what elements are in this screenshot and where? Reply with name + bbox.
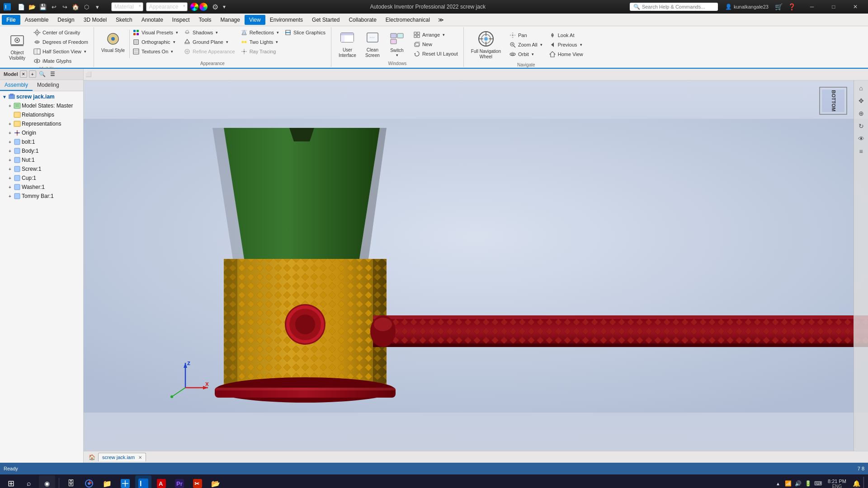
more-tools-btn[interactable]: ▾ bbox=[223, 4, 226, 10]
previous-btn[interactable]: Previous bbox=[547, 40, 585, 49]
nav-pan-btn[interactable]: ✥ bbox=[855, 95, 867, 107]
menu-get-started[interactable]: Get Started bbox=[307, 15, 344, 25]
tree-item-representations[interactable]: + Representations bbox=[0, 119, 83, 128]
tray-keyboard-icon[interactable]: ⌨ bbox=[813, 479, 822, 488]
textures-on-btn[interactable]: Textures On bbox=[131, 47, 180, 56]
orientation-cube[interactable]: BOTTOM bbox=[817, 85, 849, 117]
slice-graphics-btn[interactable]: Slice Graphics bbox=[283, 28, 327, 37]
menu-tools[interactable]: Tools bbox=[194, 15, 216, 25]
taskbar-files-btn[interactable]: 🗄 bbox=[63, 475, 79, 488]
nav-look-btn[interactable]: 👁 bbox=[855, 133, 867, 145]
tray-notification-btn[interactable]: 🔔 bbox=[852, 479, 861, 488]
search-btn[interactable]: ⌕ bbox=[21, 475, 37, 488]
close-model-panel-btn[interactable]: ✕ bbox=[20, 70, 27, 78]
taskbar-web-btn[interactable] bbox=[117, 475, 133, 488]
tree-item-root[interactable]: ▼ screw jack.iam bbox=[0, 92, 83, 101]
maximize-btn[interactable]: □ bbox=[825, 0, 843, 14]
two-lights-btn[interactable]: Two Lights bbox=[239, 38, 281, 47]
save-btn[interactable]: 💾 bbox=[38, 2, 48, 12]
tree-item-model-states[interactable]: + Model States: Master bbox=[0, 101, 83, 110]
tree-toggle-screw[interactable]: + bbox=[7, 167, 13, 172]
tree-toggle-bolt[interactable]: + bbox=[7, 140, 13, 145]
doc-home-btn[interactable]: 🏠 bbox=[85, 452, 98, 462]
color-picker-btn[interactable] bbox=[190, 3, 198, 11]
refine-appearance-btn[interactable]: Refine Appearance bbox=[182, 47, 237, 56]
look-at-btn[interactable]: Look At bbox=[547, 31, 585, 40]
menu-file[interactable]: File bbox=[2, 15, 20, 25]
shadows-btn[interactable]: Shadows bbox=[182, 28, 237, 37]
doc-tab-screw-jack[interactable]: screw jack.iam ✕ bbox=[98, 453, 146, 461]
nav-home-btn[interactable]: ⌂ bbox=[855, 82, 867, 94]
ground-plane-btn[interactable]: Ground Plane bbox=[182, 38, 237, 47]
taskbar-inventor-btn[interactable]: I bbox=[135, 475, 151, 488]
close-btn[interactable]: ✕ bbox=[846, 0, 864, 14]
tree-item-tommy-bar[interactable]: + Tommy Bar:1 bbox=[0, 192, 83, 201]
tree-toggle-tommy-bar[interactable]: + bbox=[7, 194, 13, 199]
menu-3dmodel[interactable]: 3D Model bbox=[79, 15, 111, 25]
full-navigation-wheel-btn[interactable]: Full NavigationWheel bbox=[467, 28, 505, 61]
pan-btn[interactable]: Pan bbox=[507, 31, 544, 40]
tree-toggle-model-states[interactable]: + bbox=[7, 103, 13, 108]
arrange-btn[interactable]: Arrange bbox=[411, 30, 460, 39]
nav-zoom-btn[interactable]: ⊕ bbox=[855, 108, 867, 119]
ray-tracing-btn[interactable]: Ray Tracing bbox=[239, 47, 281, 56]
tray-expand-btn[interactable]: ▲ bbox=[774, 479, 783, 488]
tab-modeling[interactable]: Modeling bbox=[33, 80, 64, 91]
menu-sketch[interactable]: Sketch bbox=[111, 15, 137, 25]
new-file-btn[interactable]: 📄 bbox=[16, 2, 26, 12]
undo-btn[interactable]: ↩ bbox=[49, 2, 59, 12]
doc-tab-close-btn[interactable]: ✕ bbox=[138, 455, 142, 460]
new-window-btn[interactable]: New bbox=[411, 40, 460, 49]
tray-show-desktop-btn[interactable] bbox=[863, 477, 865, 488]
menu-design[interactable]: Design bbox=[53, 15, 79, 25]
help-icon[interactable]: ❓ bbox=[788, 3, 796, 10]
visual-presets-btn[interactable]: Visual Presets bbox=[131, 28, 180, 37]
reset-ui-layout-btn[interactable]: Reset UI Layout bbox=[411, 49, 460, 58]
menu-collaborate[interactable]: Collaborate bbox=[344, 15, 381, 25]
appearance-dropdown[interactable]: Appearance ▾ bbox=[146, 2, 188, 11]
tree-item-body[interactable]: + Body:1 bbox=[0, 146, 83, 155]
tree-toggle-root[interactable]: ▼ bbox=[2, 94, 7, 99]
taskbar-chrome-btn[interactable] bbox=[81, 475, 97, 488]
orthographic-btn[interactable]: Orthographic bbox=[131, 38, 180, 47]
tree-toggle-body[interactable]: + bbox=[7, 149, 13, 154]
tree-menu-btn[interactable]: ☰ bbox=[48, 70, 57, 79]
clock-btn[interactable]: 8:21 PM ENG bbox=[825, 479, 849, 488]
search-input[interactable] bbox=[642, 4, 714, 9]
visual-style-btn[interactable]: Visual Style bbox=[98, 28, 128, 55]
tree-item-nut[interactable]: + Nut:1 bbox=[0, 155, 83, 164]
maximize-viewport-btn[interactable]: ⬜ bbox=[85, 71, 92, 77]
menu-assemble[interactable]: Assemble bbox=[20, 15, 53, 25]
taskbar-explorer-btn[interactable]: 📁 bbox=[99, 475, 115, 488]
imate-glyphs-btn[interactable]: iMate Glyphs bbox=[32, 56, 90, 66]
cortana-btn[interactable]: ◉ bbox=[39, 475, 55, 488]
cart-icon[interactable]: 🛒 bbox=[775, 3, 783, 10]
clean-screen-btn[interactable]: CleanScreen bbox=[361, 28, 384, 60]
tab-assembly[interactable]: Assembly bbox=[0, 80, 33, 91]
nav-orbit-btn[interactable]: ↻ bbox=[855, 120, 867, 132]
nav-settings-btn[interactable]: ≡ bbox=[855, 145, 867, 157]
redo-btn[interactable]: ↪ bbox=[60, 2, 70, 12]
menu-manage[interactable]: Manage bbox=[216, 15, 245, 25]
taskbar-more-btn[interactable]: ✂ bbox=[189, 475, 206, 488]
menu-more-btn[interactable]: ≫ bbox=[436, 17, 446, 23]
tree-item-cup[interactable]: + Cup:1 bbox=[0, 174, 83, 183]
tree-toggle-nut[interactable]: + bbox=[7, 158, 13, 163]
color-picker2-btn[interactable] bbox=[199, 3, 208, 11]
menu-annotate[interactable]: Annotate bbox=[137, 15, 168, 25]
minimize-btn[interactable]: ─ bbox=[803, 0, 821, 14]
material-dropdown[interactable]: Material ▾ bbox=[111, 2, 143, 11]
reflections-btn[interactable]: Reflections bbox=[239, 28, 281, 37]
ipart-btn[interactable]: ⬡ bbox=[81, 2, 91, 12]
switch-btn[interactable]: Switch bbox=[385, 29, 409, 59]
tree-toggle-representations[interactable]: + bbox=[7, 122, 13, 127]
tree-toggle-origin[interactable]: + bbox=[7, 131, 13, 136]
search-tree-btn[interactable]: 🔍 bbox=[38, 70, 47, 79]
tree-item-relationships[interactable]: Relationships bbox=[0, 110, 83, 119]
tree-toggle-cup[interactable]: + bbox=[7, 176, 13, 181]
tray-battery-icon[interactable]: 🔋 bbox=[803, 479, 812, 488]
add-panel-btn[interactable]: + bbox=[29, 70, 36, 78]
settings-icon[interactable]: ⚙ bbox=[210, 2, 220, 12]
zoom-all-btn[interactable]: Zoom All bbox=[507, 40, 544, 49]
tree-item-washer[interactable]: + Washer:1 bbox=[0, 183, 83, 192]
